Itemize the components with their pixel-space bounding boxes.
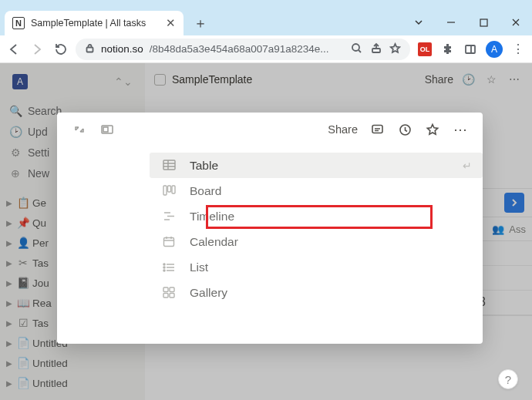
view-option-timeline[interactable]: Timeline <box>150 203 483 229</box>
omnibox-search-icon[interactable] <box>351 42 362 56</box>
tab-close-icon[interactable]: ✕ <box>166 16 176 30</box>
nav-forward-icon <box>29 42 45 57</box>
extension-badge[interactable]: OL <box>418 42 432 56</box>
svg-rect-11 <box>167 186 170 192</box>
svg-rect-6 <box>103 127 108 132</box>
url-host: notion.so <box>101 43 143 55</box>
help-label: ? <box>505 373 511 386</box>
svg-rect-1 <box>87 47 93 52</box>
help-button[interactable]: ? <box>498 369 518 389</box>
updates-icon[interactable] <box>396 123 413 136</box>
site-lock-icon[interactable] <box>85 43 95 55</box>
comments-icon[interactable] <box>369 123 386 136</box>
svg-rect-12 <box>172 186 175 193</box>
svg-point-15 <box>163 267 165 268</box>
svg-rect-13 <box>164 238 174 247</box>
notion-favicon: N <box>12 17 25 29</box>
view-label: Table <box>190 159 218 173</box>
svg-rect-19 <box>163 294 168 298</box>
timeline-icon <box>162 210 176 222</box>
svg-rect-9 <box>163 160 175 170</box>
url-path: /8b48da5a3e454a68a007a91a8234e... <box>150 43 329 55</box>
browser-menu-icon[interactable]: ⋮ <box>510 42 526 57</box>
view-label: Board <box>190 184 221 198</box>
svg-point-14 <box>163 264 165 265</box>
nav-reload-icon[interactable] <box>52 42 68 57</box>
browser-tabstrip: N SampleTemplate | All tasks ✕ ＋ <box>0 9 532 35</box>
view-type-list: Table ↵ Board Timeline Calendar List <box>57 153 483 305</box>
svg-rect-18 <box>170 287 174 292</box>
board-icon <box>162 185 176 197</box>
more-icon[interactable]: ⋯ <box>452 121 469 138</box>
window-dropdown-icon[interactable] <box>402 11 435 34</box>
view-label: Timeline <box>190 210 234 224</box>
peek-icon[interactable] <box>99 125 116 134</box>
expand-icon[interactable] <box>71 124 88 135</box>
window-maximize-icon[interactable] <box>467 11 500 34</box>
view-option-gallery[interactable]: Gallery <box>150 280 483 305</box>
svg-point-2 <box>352 44 359 51</box>
view-option-table[interactable]: Table ↵ <box>150 153 483 178</box>
svg-rect-10 <box>163 186 167 195</box>
window-titlebar-spacer <box>0 0 532 9</box>
svg-rect-3 <box>372 49 380 52</box>
view-picker-modal: Share ⋯ Table ↵ Board Timeline Calenda <box>57 113 483 344</box>
view-option-calendar[interactable]: Calendar <box>150 229 483 254</box>
new-tab-button[interactable]: ＋ <box>190 12 211 34</box>
view-option-list[interactable]: List <box>150 254 483 280</box>
browser-toolbar: notion.so/8b48da5a3e454a68a007a91a8234e.… <box>0 35 532 63</box>
enter-icon: ↵ <box>463 160 472 172</box>
gallery-icon <box>162 287 176 298</box>
table-icon <box>162 160 176 171</box>
profile-avatar[interactable]: A <box>486 41 503 58</box>
side-panel-icon[interactable] <box>463 42 478 57</box>
view-option-board[interactable]: Board <box>150 178 483 203</box>
window-controls <box>402 9 532 35</box>
nav-back-icon[interactable] <box>6 42 22 57</box>
view-label: List <box>190 261 208 274</box>
omnibox[interactable]: notion.so/8b48da5a3e454a68a007a91a8234e.… <box>76 39 410 60</box>
window-close-icon[interactable] <box>500 11 532 34</box>
svg-rect-20 <box>170 294 174 298</box>
calendar-icon <box>162 236 176 247</box>
modal-topbar: Share ⋯ <box>57 113 483 146</box>
extensions-icon[interactable] <box>439 42 455 57</box>
window-minimize-icon[interactable] <box>435 11 467 34</box>
omnibox-share-icon[interactable] <box>370 42 382 56</box>
view-label: Calendar <box>190 235 238 249</box>
browser-tab[interactable]: N SampleTemplate | All tasks ✕ <box>5 11 184 35</box>
svg-rect-4 <box>466 45 475 53</box>
favorite-icon[interactable] <box>424 123 441 136</box>
svg-point-16 <box>163 270 165 271</box>
view-label: Gallery <box>190 286 227 300</box>
svg-rect-17 <box>163 287 168 292</box>
omnibox-bookmark-icon[interactable] <box>389 42 401 56</box>
modal-share-button[interactable]: Share <box>328 123 358 136</box>
svg-rect-0 <box>480 19 487 26</box>
list-icon <box>162 262 176 273</box>
tab-title: SampleTemplate | All tasks <box>31 18 160 29</box>
